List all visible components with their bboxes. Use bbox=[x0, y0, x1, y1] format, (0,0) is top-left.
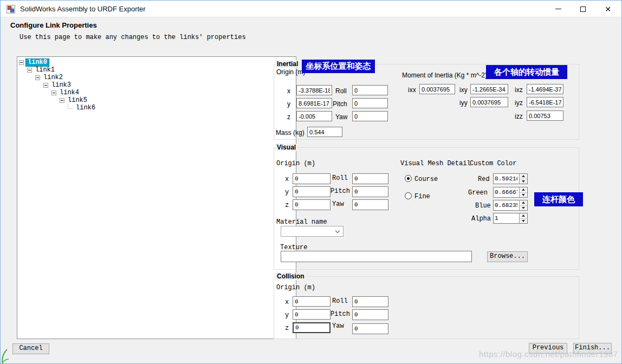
tree-collapse-icon[interactable] bbox=[43, 83, 48, 88]
blue-spinner-down-button[interactable] bbox=[520, 206, 527, 211]
tree-collapse-icon[interactable] bbox=[19, 60, 24, 65]
visual-y-field[interactable] bbox=[293, 186, 331, 197]
spinner-down-icon bbox=[522, 194, 525, 196]
tree-row[interactable]: link0 bbox=[19, 58, 49, 66]
inertial-origin-label: Origin (m) bbox=[276, 68, 305, 76]
ixx-label: ixx bbox=[408, 86, 416, 94]
inertial-section-title: Inertial bbox=[275, 60, 300, 68]
izz-field[interactable] bbox=[527, 110, 563, 121]
fine-radio[interactable] bbox=[405, 192, 412, 199]
alpha-spinner[interactable] bbox=[493, 213, 528, 224]
visual-pitch-label: Pitch bbox=[331, 187, 350, 195]
browse-button[interactable]: Browse... bbox=[487, 251, 528, 262]
tree-row[interactable]: link5 bbox=[60, 96, 89, 104]
green-spinner-up-button[interactable] bbox=[520, 187, 527, 193]
collision-pitch-field[interactable] bbox=[352, 309, 388, 320]
tree-collapse-icon[interactable] bbox=[51, 90, 56, 95]
collision-roll-label: Roll bbox=[332, 297, 348, 305]
tree-item-link2[interactable]: link2 bbox=[42, 74, 64, 81]
visual-origin-label: Origin (m) bbox=[276, 160, 315, 167]
inertial-yaw-label: Yaw bbox=[335, 113, 347, 121]
link-tree[interactable]: link0 link1 link2 link3 link4 link5 link… bbox=[17, 56, 296, 339]
tree-item-link1[interactable]: link1 bbox=[34, 67, 56, 74]
collision-roll-field[interactable] bbox=[352, 296, 388, 307]
visual-roll-label: Roll bbox=[332, 174, 348, 182]
visual-pitch-field[interactable] bbox=[352, 186, 388, 197]
maximize-button[interactable] bbox=[571, 1, 595, 17]
collision-x-field[interactable] bbox=[293, 296, 331, 307]
close-button[interactable]: ✕ bbox=[595, 1, 620, 17]
tree-collapse-icon[interactable] bbox=[60, 98, 64, 103]
tree-item-link6[interactable]: link6 bbox=[74, 105, 97, 112]
visual-yaw-field[interactable] bbox=[352, 199, 388, 210]
tree-row[interactable]: link6 bbox=[68, 104, 97, 112]
app-icon bbox=[7, 5, 15, 14]
tree-collapse-icon[interactable] bbox=[35, 75, 40, 80]
red-field[interactable] bbox=[494, 174, 519, 184]
red-spinner-down-button[interactable] bbox=[520, 179, 527, 184]
collision-yaw-field[interactable] bbox=[352, 323, 388, 334]
tree-item-link0[interactable]: link0 bbox=[25, 58, 49, 67]
tree-collapse-icon[interactable] bbox=[27, 68, 32, 73]
alpha-spinner-up-button[interactable] bbox=[520, 213, 527, 219]
inertial-x-field[interactable] bbox=[296, 85, 332, 95]
mass-field[interactable] bbox=[307, 127, 342, 137]
tree-item-link4[interactable]: link4 bbox=[58, 89, 81, 96]
inertial-roll-field[interactable] bbox=[352, 85, 388, 95]
collision-origin-label: Origin (m) bbox=[276, 284, 315, 291]
material-name-combobox[interactable] bbox=[281, 226, 344, 237]
course-radio[interactable] bbox=[405, 175, 412, 182]
iyz-field[interactable] bbox=[527, 97, 563, 107]
collision-yaw-label: Yaw bbox=[332, 322, 344, 330]
tree-item-link3[interactable]: link3 bbox=[50, 82, 73, 89]
inertial-y-field[interactable] bbox=[296, 98, 332, 108]
course-radio-label[interactable]: Course bbox=[414, 176, 438, 183]
tree-row[interactable]: link4 bbox=[51, 89, 81, 96]
visual-x-field[interactable] bbox=[293, 173, 331, 184]
alpha-field[interactable] bbox=[494, 213, 519, 223]
cancel-button[interactable]: Cancel bbox=[12, 343, 49, 354]
collision-groupbox: Collision Origin (m) x Roll y Pitch z Ya… bbox=[274, 276, 579, 339]
texture-field[interactable] bbox=[281, 251, 472, 262]
visual-roll-field[interactable] bbox=[352, 173, 388, 184]
blue-spinner[interactable] bbox=[493, 200, 528, 211]
annotation-link-color: 连杆颜色 bbox=[534, 192, 583, 206]
ixz-field[interactable] bbox=[527, 84, 563, 94]
fine-radio-label[interactable]: Fine bbox=[414, 193, 430, 200]
inertial-yaw-field[interactable] bbox=[352, 111, 388, 121]
spinner-up-icon bbox=[522, 175, 525, 177]
red-label: Red bbox=[478, 176, 490, 183]
alpha-spinner-down-button[interactable] bbox=[520, 219, 527, 224]
collision-x-label: x bbox=[285, 298, 289, 306]
green-spinner-down-button[interactable] bbox=[520, 193, 527, 198]
ixy-field[interactable] bbox=[470, 84, 508, 94]
green-spinner[interactable] bbox=[493, 187, 528, 198]
green-field[interactable] bbox=[494, 187, 519, 197]
red-spinner-up-button[interactable] bbox=[520, 174, 527, 179]
inertial-pitch-label: Pitch bbox=[333, 100, 347, 108]
minimize-button[interactable] bbox=[546, 1, 571, 17]
tree-leaf-connector-icon bbox=[68, 104, 73, 109]
blue-spinner-up-button[interactable] bbox=[520, 200, 527, 206]
material-name-label: Material name bbox=[276, 218, 327, 226]
tree-row[interactable]: link1 bbox=[27, 66, 56, 74]
tree-row[interactable]: link2 bbox=[35, 74, 64, 81]
spinner-down-icon bbox=[522, 180, 525, 183]
collision-z-field[interactable] bbox=[293, 322, 331, 333]
tree-item-link5[interactable]: link5 bbox=[66, 97, 89, 104]
inertial-z-label: z bbox=[287, 113, 290, 121]
iyy-field[interactable] bbox=[470, 97, 508, 107]
inertial-z-field[interactable] bbox=[296, 111, 332, 121]
visual-z-field[interactable] bbox=[293, 199, 331, 210]
collision-y-field[interactable] bbox=[293, 309, 331, 320]
tree-row[interactable]: link3 bbox=[43, 81, 73, 89]
blue-field[interactable] bbox=[494, 200, 519, 210]
window-title: SolidWorks Assembly to URDF Exporter bbox=[20, 5, 146, 13]
ixx-field[interactable] bbox=[419, 84, 455, 94]
page-subtitle: Use this page to make any changes to the… bbox=[20, 34, 246, 41]
spinner-down-icon bbox=[522, 220, 525, 222]
red-spinner[interactable] bbox=[493, 173, 528, 184]
title-bar: SolidWorks Assembly to URDF Exporter ✕ bbox=[1, 1, 621, 17]
inertial-pitch-field[interactable] bbox=[352, 98, 388, 108]
collision-section-title: Collision bbox=[275, 272, 306, 280]
